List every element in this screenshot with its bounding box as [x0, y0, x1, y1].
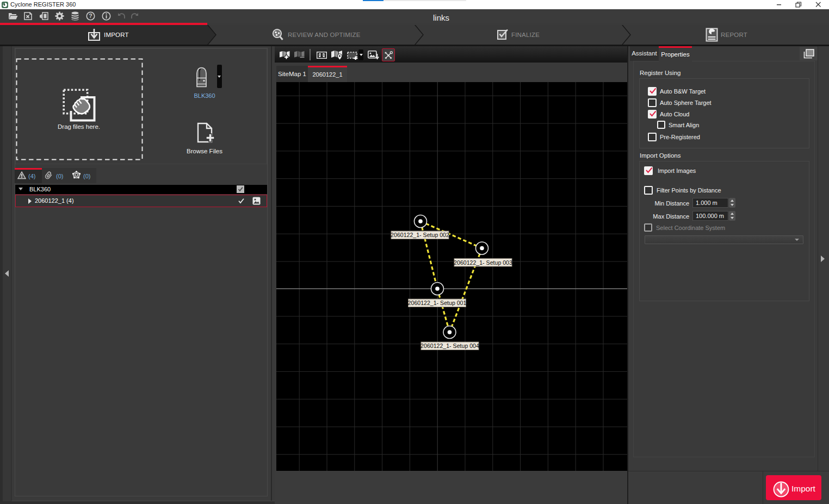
svg-text:?: ? — [89, 13, 92, 19]
svg-text:2060122_1- Setup 001: 2060122_1- Setup 001 — [408, 300, 467, 306]
svg-text:2060122_1- Setup 002: 2060122_1- Setup 002 — [391, 232, 449, 238]
svg-text:2060122_1- Setup 003: 2060122_1- Setup 003 — [454, 259, 512, 266]
svg-text:2060122_1- Setup 004: 2060122_1- Setup 004 — [420, 343, 479, 349]
